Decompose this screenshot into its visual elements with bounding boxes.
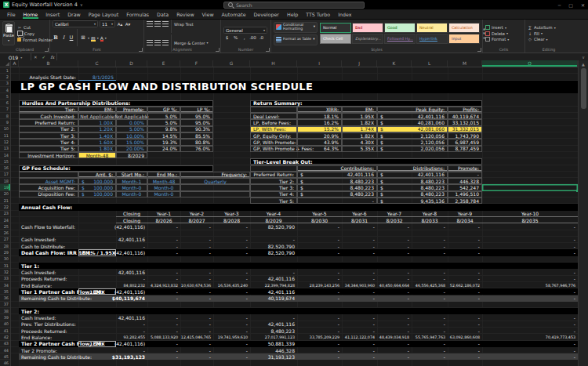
cell-F18[interactable]: Quarterly: [180, 178, 250, 184]
cell-F35[interactable]: -: [180, 288, 213, 295]
cell-style-normal[interactable]: Normal: [320, 23, 351, 33]
row-header-27[interactable]: 27: [0, 237, 10, 243]
col-header-A[interactable]: A: [11, 60, 19, 67]
cell-B2[interactable]: Analysis Start Date:: [19, 74, 78, 80]
cell-G45[interactable]: -: [213, 353, 250, 360]
row-header-21[interactable]: 21: [0, 197, 10, 204]
cell-J10[interactable]: 1.74X: [342, 126, 377, 132]
cell-C19[interactable]: 100,000: [78, 184, 116, 190]
styles-dialog-launcher[interactable]: [477, 48, 481, 52]
cell-H8[interactable]: Deal Level:: [250, 113, 297, 119]
cell-G34[interactable]: 16,536,435,240: [213, 282, 250, 288]
menu-tab-draw[interactable]: Draw: [64, 9, 84, 19]
cell-H39[interactable]: -: [250, 314, 297, 321]
cell-K21[interactable]: 9,435,136: [377, 197, 448, 204]
cell-style-calculation[interactable]: Calculation: [448, 23, 480, 33]
cell-J9[interactable]: 1.82X: [342, 119, 377, 125]
cell-G32[interactable]: -: [213, 269, 250, 275]
cell-J12[interactable]: 4.30X: [342, 139, 377, 145]
row-header-18[interactable]: 18: [0, 178, 10, 184]
vertical-scrollbar[interactable]: ▲: [578, 60, 588, 366]
cell-H44[interactable]: 446,328: [250, 347, 297, 353]
cell-L33[interactable]: -: [412, 276, 448, 282]
menu-tab-insert[interactable]: Insert: [42, 9, 64, 19]
cell-E35[interactable]: -: [147, 288, 180, 295]
cell-F44[interactable]: -: [180, 347, 213, 353]
cell-E13[interactable]: 24.0%: [147, 146, 180, 152]
cell-C11[interactable]: 1.40X: [78, 132, 116, 139]
cell-D14[interactable]: 8/2029: [116, 152, 147, 158]
cell-C7[interactable]: EM:: [78, 107, 116, 113]
cell-C43[interactable]: 1.20X: [78, 341, 116, 347]
cell-B20[interactable]: Disposition Fee:: [19, 191, 78, 197]
row-header-33[interactable]: 33: [0, 276, 10, 282]
cell-J7[interactable]: EM:: [342, 107, 377, 113]
cell-B42[interactable]: End Balance:: [19, 334, 116, 340]
row-header-1[interactable]: 1: [0, 67, 10, 74]
col-header-C[interactable]: C: [78, 60, 116, 67]
cell-H15[interactable]: Tier-Level Break Out:: [250, 158, 482, 165]
row-header-11[interactable]: 11: [0, 132, 10, 139]
cell-D9[interactable]: 0.00%: [116, 119, 147, 125]
cell-I24[interactable]: 8/2030: [297, 217, 342, 223]
cell-H33[interactable]: 42,401,116: [250, 276, 297, 282]
align-center-icon[interactable]: [154, 40, 161, 45]
row-header-19[interactable]: 19: [0, 184, 10, 190]
cell-H21[interactable]: Tier 5:: [250, 197, 297, 204]
cell-B45[interactable]: Remaining Cash to Distribute:: [19, 353, 78, 360]
cell-J45[interactable]: -: [342, 353, 377, 360]
cell-B12[interactable]: Tier 4:: [19, 139, 78, 145]
cell-F13[interactable]: 76.0%: [180, 146, 213, 152]
cell-I36[interactable]: -: [297, 295, 342, 302]
cell-I25[interactable]: -: [297, 223, 342, 230]
font-dialog-launcher[interactable]: [139, 48, 143, 52]
cell-B16[interactable]: GP Fee Schedule:: [19, 165, 213, 172]
cell-D44[interactable]: -: [116, 347, 147, 353]
currency-format-icon[interactable]: $: [223, 35, 230, 40]
cell-H11[interactable]: GP, Equity Only:: [250, 132, 297, 139]
cell-D28[interactable]: -: [116, 243, 147, 249]
cell-style-input[interactable]: Input: [448, 34, 480, 44]
row-header-25[interactable]: 25: [0, 223, 10, 230]
cell-O19[interactable]: [482, 184, 578, 190]
cell-D12[interactable]: 15.00%: [116, 139, 147, 145]
row-header-28[interactable]: 28: [0, 243, 10, 249]
row-header-44[interactable]: 44: [0, 347, 10, 353]
cell-K25[interactable]: -: [377, 223, 412, 230]
cell-J32[interactable]: -: [342, 269, 377, 275]
cell-G35[interactable]: -: [213, 288, 250, 295]
menu-tab-review[interactable]: Review: [172, 9, 198, 19]
cell-B10[interactable]: Tier 2:: [19, 126, 78, 132]
cell-F32[interactable]: -: [180, 269, 213, 275]
cell-B34[interactable]: End Balance:: [19, 282, 116, 288]
cell-J13[interactable]: 5.35X: [342, 146, 377, 152]
cell-D35[interactable]: (42,401,116): [116, 288, 147, 295]
row-header-2[interactable]: 2: [0, 74, 10, 80]
cell-B31[interactable]: Tier 1:: [19, 263, 578, 269]
cell-K16[interactable]: Distributions:: [377, 165, 448, 172]
align-right-icon[interactable]: [162, 40, 169, 45]
cell-I13[interactable]: 64.3%: [297, 146, 342, 152]
cell-M9[interactable]: 33,132,015: [448, 119, 482, 125]
cell-M7[interactable]: Profits:: [448, 107, 482, 113]
insert-cells-button[interactable]: Insert▾: [485, 25, 522, 30]
row-header-4[interactable]: 4: [0, 87, 10, 93]
cell-I18[interactable]: 8,480,223: [297, 178, 377, 184]
cell-B27[interactable]: Cash Invested:: [19, 237, 116, 243]
cell-G36[interactable]: -: [213, 295, 250, 302]
cell-style-good[interactable]: Good: [384, 23, 416, 33]
cell-M32[interactable]: -: [448, 269, 482, 275]
cell-C8[interactable]: Not Applicable: [78, 113, 116, 119]
cell-D17[interactable]: Start Mo.:: [116, 172, 147, 178]
cell-K45[interactable]: -: [377, 353, 412, 360]
cell-F8[interactable]: 95.0%: [180, 113, 213, 119]
cell-F40[interactable]: -: [180, 321, 213, 328]
cell-M13[interactable]: 8,787,459: [448, 146, 482, 152]
cell-G28[interactable]: -: [213, 243, 250, 249]
clear-button[interactable]: ◇Clear▾: [528, 37, 570, 42]
cell-E33[interactable]: -: [147, 276, 180, 282]
cell-K11[interactable]: 2,120,056: [377, 132, 448, 139]
cell-I42[interactable]: 33,785,209,229: [297, 334, 342, 340]
cell-I9[interactable]: 16.2%: [297, 119, 342, 125]
format-cells-button[interactable]: Format▾: [485, 37, 522, 42]
